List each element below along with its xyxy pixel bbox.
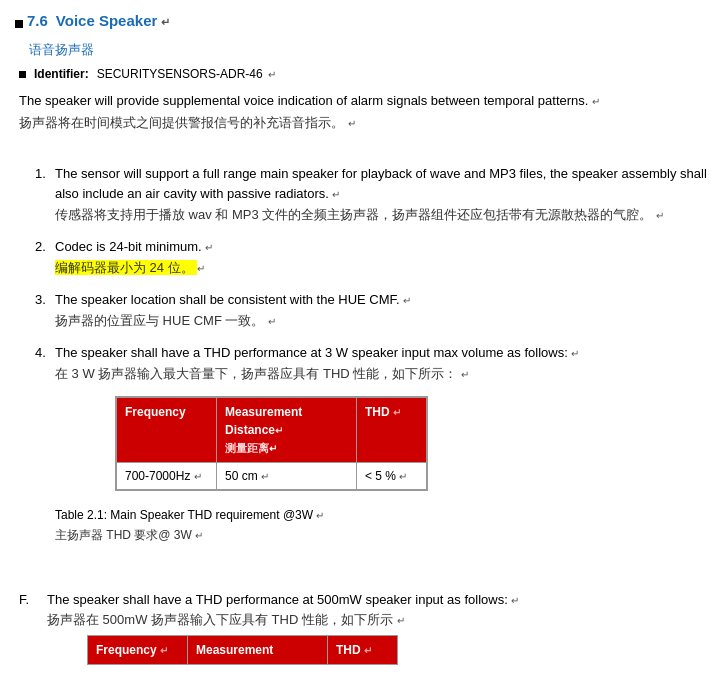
cell-meas-1: 50 cm ↵ (217, 462, 357, 489)
list-content-1: The sensor will support a full range mai… (55, 164, 710, 229)
list-content-4: The speaker shall have a THD performance… (55, 343, 710, 581)
document-page: 7.6 Voice Speaker ↵ 语音扬声器 Identifier: SE… (15, 10, 710, 665)
description-zh: 扬声器将在时间模式之间提供警报信号的补充语音指示。 ↵ (19, 113, 710, 133)
list-item-2: 2. Codec is 24-bit minimum. ↵ 编解码器最小为 24… (35, 237, 710, 282)
section-title: 7.6 Voice Speaker ↵ (27, 10, 170, 33)
table-caption-en: Table 2.1: Main Speaker THD requirement … (55, 506, 710, 524)
thd-table-row-1: 700-7000Hz ↵ 50 cm ↵ < 5 % ↵ (117, 462, 427, 489)
list-en-4: The speaker shall have a THD performance… (55, 343, 710, 363)
highlight-text: 编解码器最小为 24 位。 (55, 260, 197, 275)
identifier-label: Identifier: (34, 65, 89, 83)
list-content-3: The speaker location shall be consistent… (55, 290, 710, 335)
section-f: F. The speaker shall have a THD performa… (19, 590, 710, 665)
list-num-1: 1. (35, 164, 55, 229)
partial-table-wrapper: Frequency ↵ Measurement THD ↵ (87, 635, 519, 665)
list-zh-3: 扬声器的位置应与 HUE CMF 一致。 ↵ (55, 311, 710, 331)
partial-col-meas: Measurement (188, 636, 328, 665)
thd-table: Frequency MeasurementDistance↵ 测量距离↵ THD… (116, 397, 427, 490)
identifier-bullet (19, 71, 26, 78)
numbered-list: 1. The sensor will support a full range … (35, 164, 710, 580)
list-item-3: 3. The speaker location shall be consist… (35, 290, 710, 335)
section-title-row: 7.6 Voice Speaker ↵ (15, 10, 710, 37)
list-num-2: 2. (35, 237, 55, 282)
desc-arrow: ↵ (592, 96, 600, 107)
list-en-3: The speaker location shall be consistent… (55, 290, 710, 310)
table-caption-zh: 主扬声器 THD 要求@ 3W ↵ (55, 526, 710, 544)
section-f-row: F. The speaker shall have a THD performa… (19, 590, 710, 665)
arrow-mark: ↵ (161, 16, 170, 28)
identifier-arrow: ↵ (268, 67, 276, 82)
list-zh-2-highlight: 编解码器最小为 24 位。 ↵ (55, 258, 710, 278)
list-en-1: The sensor will support a full range mai… (55, 164, 710, 203)
list-num-4: 4. (35, 343, 55, 581)
list-item-4: 4. The speaker shall have a THD performa… (35, 343, 710, 581)
cell-thd-1: < 5 % ↵ (357, 462, 427, 489)
partial-col-thd: THD ↵ (328, 636, 398, 665)
section-title-text: Voice Speaker ↵ (56, 10, 171, 33)
f-zh: 扬声器在 500mW 扬声器输入下应具有 THD 性能，如下所示 ↵ (47, 610, 519, 630)
desc-zh-arrow: ↵ (348, 118, 356, 129)
description-en: The speaker will provide supplemental vo… (19, 91, 710, 111)
empty-line-3 (55, 566, 710, 580)
identifier-value: SECURITYSENSORS-ADR-46 (97, 65, 263, 83)
partial-thd-table: Frequency ↵ Measurement THD ↵ (87, 635, 398, 665)
list-num-3: 3. (35, 290, 55, 335)
col-header-measurement: MeasurementDistance↵ 测量距离↵ (217, 397, 357, 462)
identifier-line: Identifier: SECURITYSENSORS-ADR-46 ↵ (19, 65, 710, 83)
section-bullet (15, 20, 23, 28)
empty-line-1 (19, 140, 710, 154)
list-item-1: 1. The sensor will support a full range … (35, 164, 710, 229)
description-block: The speaker will provide supplemental vo… (19, 91, 710, 154)
list-content-2: Codec is 24-bit minimum. ↵ 编解码器最小为 24 位。… (55, 237, 710, 282)
f-label: F. (19, 590, 41, 610)
f-content: The speaker shall have a THD performance… (47, 590, 519, 665)
list-zh-1: 传感器将支持用于播放 wav 和 MP3 文件的全频主扬声器，扬声器组件还应包括… (55, 205, 710, 225)
list-en-2: Codec is 24-bit minimum. ↵ (55, 237, 710, 257)
f-en: The speaker shall have a THD performance… (47, 590, 519, 610)
cell-freq-1: 700-7000Hz ↵ (117, 462, 217, 489)
thd-table-container: Frequency MeasurementDistance↵ 测量距离↵ THD… (115, 396, 428, 491)
empty-line-2 (55, 552, 710, 566)
section-number: 7.6 (27, 10, 48, 33)
col-header-thd: THD ↵ (357, 397, 427, 462)
chinese-title: 语音扬声器 (29, 40, 710, 60)
list-zh-4: 在 3 W 扬声器输入最大音量下，扬声器应具有 THD 性能，如下所示： ↵ (55, 364, 710, 384)
partial-col-freq: Frequency ↵ (88, 636, 188, 665)
col-header-frequency: Frequency (117, 397, 217, 462)
